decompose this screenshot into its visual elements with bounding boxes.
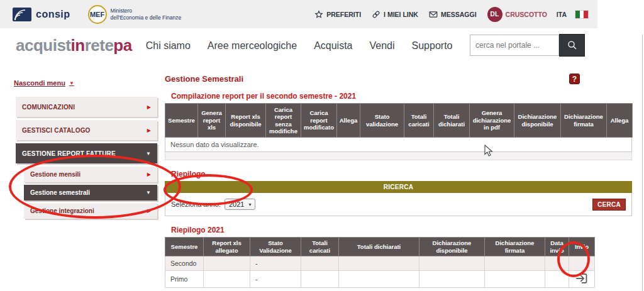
- col-allega: Allega: [337, 104, 360, 138]
- sidebar-item-gestione-report-fatture[interactable]: GESTIONE REPORT FATTURE ▼: [16, 143, 157, 163]
- cruscotto-label: CRUSCOTTO: [506, 11, 547, 18]
- cruscotto-link[interactable]: DL CRUSCOTTO: [487, 7, 547, 22]
- consip-logo[interactable]: consip: [13, 8, 70, 21]
- sidebar-item-gestione-integrazioni[interactable]: Gestione integrazioni ▶: [24, 203, 157, 219]
- magnifier-icon: [567, 40, 578, 51]
- cell-data-invio: [545, 271, 569, 288]
- preferiti-link[interactable]: PREFERITI: [314, 10, 361, 19]
- col-totali-dichiarati: Totali dichiarati: [339, 238, 419, 256]
- sidebar-item-gestisci-catalogo[interactable]: GESTISCI CATALOGO ▶: [16, 120, 157, 140]
- chevron-right-icon: ▶: [147, 208, 151, 214]
- language-label: ITA: [557, 11, 567, 18]
- chevron-down-icon: ▼: [69, 80, 74, 86]
- menu-label: Gestione mensili: [30, 171, 80, 178]
- logo-seg-in: in: [71, 36, 85, 55]
- menu-label: GESTISCI CATALOGO: [22, 127, 91, 134]
- col-dichiarazione-disponibile: Dichiarazione disponibile: [419, 238, 485, 256]
- col-report-xls-allegato: Report xls allegato: [204, 238, 250, 256]
- col-totali-caricati: Totali caricati: [301, 238, 339, 256]
- year-select[interactable]: 2021 ▾: [225, 199, 256, 210]
- logo-seg-acquist: acquist: [16, 36, 71, 55]
- col-dichiarazione-disponibile: Dichiarazione disponibile: [514, 104, 561, 138]
- invio-button[interactable]: [575, 272, 588, 285]
- logo-seg-rete: rete: [85, 36, 114, 55]
- menu-label: GESTIONE REPORT FATTURE: [22, 150, 116, 157]
- cell-dich-firmata: [485, 271, 545, 288]
- logo-seg-pa: pa: [113, 36, 131, 55]
- chevron-right-icon: ▶: [147, 172, 151, 177]
- scrollbar-line: [642, 35, 643, 291]
- italy-flag-icon[interactable]: [575, 10, 589, 19]
- col-totali-caricati: Totali caricati: [404, 104, 434, 138]
- cell-dich-disponibile: [419, 271, 485, 288]
- miei-link-label: I MIEI LINK: [384, 11, 418, 18]
- cerca-button[interactable]: CERCA: [592, 199, 626, 211]
- chevron-down-icon: ▾: [248, 202, 251, 207]
- year-filter-row: Seleziona anno: 2021 ▾ CERCA: [165, 193, 632, 216]
- col-genera-dichiarazione-pdf: Genera dichiarazione in pdf: [470, 104, 514, 138]
- chevron-down-icon: ▼: [146, 190, 151, 195]
- cell-stato: -: [250, 256, 301, 271]
- consip-logo-icon: [13, 8, 31, 21]
- nav-acquista[interactable]: Acquista: [314, 40, 352, 52]
- hide-menu-toggle[interactable]: Nascondi menu ▼: [14, 79, 74, 87]
- compilazione-table: Semestre Genera report xls Report xls di…: [165, 103, 633, 138]
- table-footer-strip: [165, 152, 632, 160]
- messaggi-label: MESSAGGI: [441, 11, 477, 18]
- utility-links: PREFERITI I MIEI LINK MESSAGGI DL CRUSCO…: [309, 7, 589, 22]
- invio-login-icon: [575, 272, 588, 285]
- col-carica-report-modificato: Carica report modificato: [301, 104, 337, 138]
- envelope-icon: [429, 10, 438, 19]
- nav-vendi[interactable]: Vendi: [370, 40, 395, 52]
- ricerca-bar: RICERCA: [165, 181, 632, 193]
- cell-report-xls: [204, 271, 250, 288]
- help-icon[interactable]: ?: [569, 74, 580, 84]
- sidebar-item-gestione-mensili[interactable]: Gestione mensili ▶: [24, 167, 157, 182]
- search-input[interactable]: [470, 35, 559, 56]
- hide-menu-label: Nascondi menu: [14, 79, 65, 87]
- chevron-right-icon: ▶: [147, 128, 151, 133]
- nav-chi-siamo[interactable]: Chi siamo: [146, 40, 191, 52]
- cell-dich-disponibile: [419, 256, 485, 271]
- cell-semestre: Secondo: [165, 256, 204, 271]
- acquistinretepa-logo[interactable]: acquistinretepa: [16, 36, 132, 55]
- col-stato-validazione: Stato validazione: [360, 104, 404, 138]
- search-button[interactable]: [559, 34, 585, 57]
- col-semestre: Semestre: [165, 238, 204, 256]
- riepilogo-header-row: Semestre Report xls allegato Stato Valid…: [165, 238, 595, 256]
- sidebar-menu: COMUNICAZIONI ▶ GESTISCI CATALOGO ▶ GEST…: [0, 97, 160, 219]
- star-icon: [314, 10, 323, 19]
- year-select-value: 2021: [229, 200, 244, 208]
- menu-label: Gestione integrazioni: [30, 207, 94, 214]
- nav-links: Chi siamo Aree merceologiche Acquista Ve…: [146, 40, 453, 52]
- link-icon: [372, 10, 380, 19]
- nav-supporto[interactable]: Supporto: [412, 40, 453, 52]
- col-stato-validazione: Stato Validazione: [250, 238, 301, 256]
- menu-label: COMUNICAZIONI: [22, 104, 75, 111]
- empty-table-message: Nessun dato da visualizzare.: [165, 138, 632, 152]
- table-row-primo: Primo -: [165, 271, 595, 288]
- sidebar-item-gestione-semestrali[interactable]: Gestione semestrali ▼: [24, 185, 157, 200]
- cell-report-xls: [204, 256, 250, 271]
- main-nav: acquistinretepa Chi siamo Aree merceolog…: [0, 28, 644, 63]
- cell-invio: [569, 256, 595, 271]
- mef-logo-icon: MEF: [88, 5, 107, 24]
- riepilogo-section-title: Riepilogo: [171, 170, 644, 178]
- mef-logo[interactable]: MEF Ministero dell'Economia e delle Fina…: [88, 5, 182, 24]
- cell-semestre: Primo: [165, 271, 204, 288]
- cell-invio: [569, 271, 595, 288]
- report-fatture-submenu: Gestione mensili ▶ Gestione semestrali ▼…: [0, 167, 160, 219]
- table-row-secondo: Secondo -: [165, 256, 595, 271]
- sidebar-item-comunicazioni[interactable]: COMUNICAZIONI ▶: [16, 97, 157, 117]
- main-content: Gestione Semestrali Compilazione report …: [160, 63, 644, 291]
- utility-bar: consip MEF Ministero dell'Economia e del…: [0, 0, 597, 28]
- compilazione-header-row: Semestre Genera report xls Report xls di…: [165, 104, 633, 138]
- sidebar: Nascondi menu ▼ COMUNICAZIONI ▶ GESTISCI…: [0, 63, 160, 291]
- cell-data-invio: [545, 256, 569, 271]
- messaggi-link[interactable]: MESSAGGI: [429, 10, 477, 19]
- nav-aree-merceologiche[interactable]: Aree merceologiche: [208, 40, 297, 52]
- compilazione-section-title: Compilazione report per il secondo semes…: [171, 92, 644, 101]
- col-data-invio: Data invio: [545, 238, 569, 256]
- miei-link-link[interactable]: I MIEI LINK: [372, 10, 418, 19]
- col-dichiarazione-firmata: Dichiarazione firmata: [561, 104, 607, 138]
